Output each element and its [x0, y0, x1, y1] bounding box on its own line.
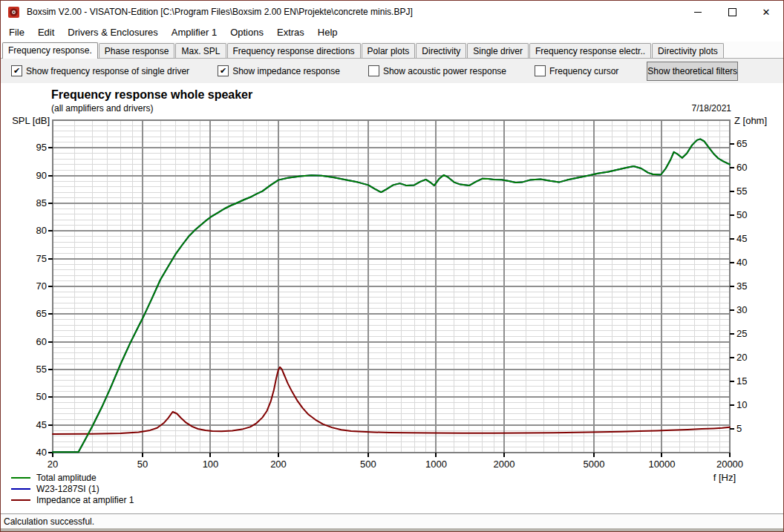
left-axis-tick-label: 85	[36, 197, 47, 208]
curve-total-amplitude	[53, 139, 730, 452]
right-axis-tick-label: 5	[736, 423, 742, 434]
right-axis-tick-label: 40	[736, 257, 747, 268]
menu-item-help[interactable]: Help	[311, 24, 344, 40]
minimize-icon	[694, 12, 702, 13]
right-axis-tick-label: 65	[736, 138, 747, 149]
chart-area: 4045505560657075808590955101520253035404…	[1, 83, 783, 513]
show-theoretical-filters-button[interactable]: Show theoretical filters	[647, 62, 738, 81]
checkbox-show-frequency-response-of-single-driver[interactable]: ✔	[11, 65, 22, 76]
close-icon: ✕	[762, 7, 771, 17]
maximize-icon	[728, 8, 736, 16]
checkbox-label-show-impedance-response[interactable]: Show impedance response	[232, 66, 340, 76]
left-axis-tick-label: 90	[36, 170, 47, 181]
menu-item-extras[interactable]: Extras	[270, 24, 311, 40]
legend-label-w23-1287si-1: W23-1287SI (1)	[36, 484, 99, 494]
frequency-response-plot: 4045505560657075808590955101520253035404…	[1, 83, 784, 513]
legend-swatch-total-amplitude	[11, 477, 30, 479]
maximize-button[interactable]	[715, 1, 749, 23]
x-axis-tick-label: 1000	[425, 459, 447, 470]
checkbox-group-frequency-cursor: Frequency cursor	[535, 65, 618, 76]
left-axis-tick-label: 95	[36, 142, 47, 153]
x-axis-tick-label: 20000	[716, 459, 743, 470]
tab-max-spl[interactable]: Max. SPL	[175, 43, 226, 58]
checkbox-group-show-frequency-response-of-single-driver: ✔Show frequency response of single drive…	[11, 65, 189, 76]
tab-directivity-plots[interactable]: Directivity plots	[652, 43, 724, 58]
x-axis-tick-label: 500	[360, 459, 376, 470]
right-axis-caption: Z [ohm]	[734, 115, 767, 126]
right-axis-tick-label: 55	[736, 185, 747, 197]
legend-item-w23-1287si-1: W23-1287SI (1)	[11, 483, 134, 494]
right-axis-tick-label: 35	[736, 280, 747, 292]
menu-item-amplifier-1[interactable]: Amplifier 1	[165, 24, 223, 40]
left-axis-caption: SPL [dB]	[12, 115, 50, 126]
left-axis-tick-label: 65	[36, 308, 47, 319]
tab-phase-response[interactable]: Phase response	[99, 43, 175, 58]
x-axis-tick-label: 200	[270, 459, 287, 470]
menu-item-drivers-enclosures[interactable]: Drivers & Enclosures	[61, 24, 164, 40]
tab-directivity[interactable]: Directivity	[416, 43, 466, 58]
left-axis-tick-label: 60	[36, 336, 47, 347]
left-axis-tick-label: 40	[36, 447, 47, 458]
x-axis-tick-label: 50	[137, 459, 148, 470]
legend-item-impedance-at-amplifier-1: Impedance at amplifier 1	[11, 494, 134, 505]
legend-label-impedance-at-amplifier-1: Impedance at amplifier 1	[36, 495, 134, 505]
app-icon	[7, 6, 20, 19]
menu-item-edit[interactable]: Edit	[31, 24, 61, 40]
tab-single-driver[interactable]: Single driver	[467, 43, 529, 58]
legend-swatch-impedance-at-amplifier-1	[11, 499, 30, 501]
checkbox-group-show-impedance-response: ✔Show impedance response	[218, 65, 340, 76]
x-axis-tick-label: 2000	[494, 459, 515, 470]
window-controls: ✕	[681, 1, 783, 23]
tab-polar-plots[interactable]: Polar plots	[362, 43, 416, 58]
right-axis-tick-label: 20	[736, 352, 747, 363]
right-axis-tick-label: 10	[736, 399, 747, 410]
status-bar: Calculation successful.	[1, 513, 783, 528]
menu-item-file[interactable]: File	[2, 24, 31, 40]
checkbox-label-show-frequency-response-of-single-driver[interactable]: Show frequency response of single driver	[26, 66, 189, 76]
right-axis-tick-label: 50	[736, 209, 747, 220]
right-axis-tick-label: 30	[736, 304, 747, 315]
left-axis-tick-label: 45	[36, 419, 47, 430]
app-window: Boxsim V2.00 - VISATON-Edition [C:\Progr…	[0, 0, 784, 532]
tab-frequency-response-electr[interactable]: Frequency response electr..	[529, 43, 651, 58]
chart-subtitle: (all amplifiers and drivers)	[51, 103, 153, 114]
x-axis-tick-label: 5000	[584, 459, 605, 470]
left-axis-tick-label: 70	[36, 280, 47, 292]
legend-item-total-amplitude: Total amplitude	[11, 472, 134, 483]
checkbox-show-acoustic-power-response[interactable]	[368, 65, 379, 76]
checkbox-label-frequency-cursor[interactable]: Frequency cursor	[549, 66, 618, 76]
minimize-button[interactable]	[681, 1, 715, 23]
window-title: Boxsim V2.00 - VISATON-Edition [C:\Progr…	[27, 7, 413, 17]
legend-label-total-amplitude: Total amplitude	[36, 473, 97, 483]
x-axis-caption: f [Hz]	[713, 472, 736, 483]
close-button[interactable]: ✕	[749, 1, 783, 23]
x-axis-tick-label: 20	[48, 459, 58, 470]
chart-title: Frequency response whole speaker	[51, 88, 252, 102]
tab-frequency-response[interactable]: Frequency response.	[2, 42, 98, 59]
checkbox-group-show-acoustic-power-response: Show acoustic power response	[368, 65, 506, 76]
options-toolbar: ✔Show frequency response of single drive…	[1, 59, 783, 83]
right-axis-tick-label: 25	[736, 328, 747, 339]
curve-impedance-at-amplifier-1	[53, 367, 730, 434]
checkbox-show-impedance-response[interactable]: ✔	[218, 65, 229, 76]
left-axis-tick-label: 80	[36, 225, 47, 236]
status-text: Calculation successful.	[4, 516, 94, 527]
bottom-strip	[1, 528, 783, 532]
left-axis-tick-label: 55	[36, 364, 47, 375]
x-axis-tick-label: 10000	[648, 459, 675, 470]
right-axis-tick-label: 15	[736, 375, 747, 387]
checkbox-label-show-acoustic-power-response[interactable]: Show acoustic power response	[383, 66, 506, 76]
left-axis-tick-label: 50	[36, 391, 47, 402]
x-axis-tick-label: 100	[203, 459, 219, 470]
tab-strip: Frequency response.Phase responseMax. SP…	[1, 42, 783, 59]
right-axis-tick-label: 60	[736, 162, 747, 173]
right-axis-tick-label: 45	[736, 233, 747, 244]
legend-swatch-w23-1287si-1	[11, 488, 30, 490]
menu-bar: FileEditDrivers & EnclosuresAmplifier 1O…	[1, 23, 783, 42]
checkbox-frequency-cursor[interactable]	[535, 65, 546, 76]
chart-date: 7/18/2021	[692, 103, 731, 114]
chart-legend: Total amplitudeW23-1287SI (1)Impedance a…	[11, 472, 134, 505]
title-bar: Boxsim V2.00 - VISATON-Edition [C:\Progr…	[1, 1, 783, 23]
menu-item-options[interactable]: Options	[223, 24, 270, 40]
tab-frequency-response-directions[interactable]: Frequency response directions	[227, 43, 361, 58]
